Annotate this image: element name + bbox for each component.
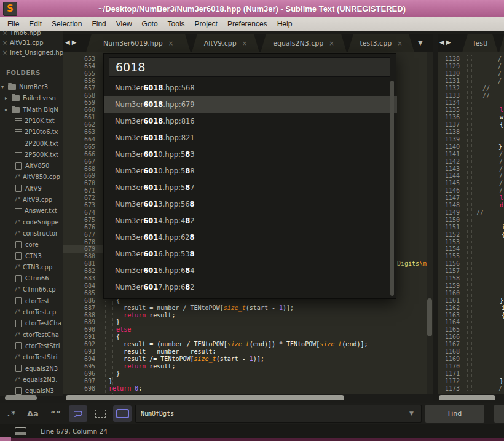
find-all-button-partial[interactable] <box>494 405 504 423</box>
file-item[interactable]: ctorTestStri <box>0 341 63 351</box>
folder-item[interactable]: ▸TMath BigN <box>0 105 63 115</box>
close-icon[interactable]: × <box>168 40 173 47</box>
menu-find[interactable]: Find <box>87 17 111 31</box>
menu-edit[interactable]: Edit <box>24 17 47 31</box>
menu-tools[interactable]: Tools <box>163 17 190 31</box>
tab-equals2n3-cpp[interactable]: equals2N3.cpp× <box>261 34 347 52</box>
open-file-item[interactable]: ×Tmo6.hpp <box>0 31 63 38</box>
find-history-dropdown-icon[interactable]: ▼ <box>409 410 414 416</box>
file-item[interactable]: /*codeSnippe <box>0 217 63 228</box>
close-icon[interactable]: × <box>397 40 402 47</box>
menu-preferences[interactable]: Preferences <box>222 17 272 31</box>
goto-result-row[interactable]: Num3er6017.hpp:682 <box>104 279 397 295</box>
editor-left-vscroll-thumb[interactable] <box>427 298 432 336</box>
file-item[interactable]: equalsN3 <box>0 386 63 396</box>
menu-help[interactable]: Help <box>272 17 297 31</box>
file-item[interactable]: AltV9 <box>0 183 63 194</box>
chevron-down-icon[interactable]: ▾ <box>1 84 8 90</box>
close-icon[interactable]: × <box>0 31 10 36</box>
tab-testi[interactable]: TestI <box>462 34 498 52</box>
open-file-item[interactable]: ×Inet_Unsigned.hp <box>0 47 63 57</box>
chevron-right-icon[interactable]: ▸ <box>5 95 12 101</box>
file-item[interactable]: /*AltV9.cpp <box>0 194 63 205</box>
highlight-matches-icon[interactable] <box>113 405 132 422</box>
goto-result-row[interactable]: Num3er6010.hpp:583 <box>104 146 397 162</box>
goto-result-row[interactable]: Num3er6011.hpp:587 <box>104 179 397 196</box>
case-sensitive-icon[interactable]: Aa <box>27 403 39 424</box>
file-item[interactable]: CTN3 <box>0 251 63 261</box>
tab-label: TestI <box>473 39 488 47</box>
resize-grip[interactable] <box>0 437 11 441</box>
goto-result-row[interactable]: Num3er6016.hpp:538 <box>104 245 397 262</box>
tab-num3er6019-hpp[interactable]: Num3er6019.hpp× <box>86 34 191 52</box>
goto-result-row[interactable]: Num3er6014.hpp:628 <box>104 229 397 245</box>
sidebar-hscrollbar[interactable] <box>5 395 37 400</box>
file-item[interactable]: ctorTestCha <box>0 318 63 328</box>
goto-result-row[interactable]: Num3er6018.hpp:821 <box>104 129 397 146</box>
tab-n[interactable]: N <box>499 34 504 52</box>
code-line: 1153 <box>438 239 504 246</box>
close-icon[interactable]: × <box>329 40 334 47</box>
file-item[interactable]: /*ctorTestCha <box>0 330 63 340</box>
text-file-icon <box>15 118 22 124</box>
code-text: } <box>101 319 120 325</box>
editor-left-hscrollbar[interactable] <box>66 395 344 400</box>
file-item[interactable]: ctorTest <box>0 296 63 306</box>
file-item[interactable]: 2P500K.txt <box>0 149 63 160</box>
menu-selection[interactable]: Selection <box>47 17 87 31</box>
folder-item[interactable]: ▸Failed vrsn <box>0 93 63 103</box>
goto-result-row[interactable]: Num3er6016.hpp:684 <box>104 262 397 279</box>
editor-right-hscrollbar[interactable] <box>439 395 495 400</box>
file-item[interactable]: /*AltV850.cpp <box>0 172 63 182</box>
file-item[interactable]: core <box>0 239 63 250</box>
tab-scroll-arrows-right[interactable]: ◀▶ <box>439 39 452 46</box>
folder-item[interactable]: ▾NumBer3 <box>0 82 63 92</box>
status-panel-icon[interactable] <box>15 427 26 435</box>
code-fragment: // <box>482 85 490 92</box>
file-item[interactable]: /*CTnn66.cp <box>0 284 63 295</box>
editor-right-pane[interactable]: 1128/1129/1130/1131/1132//1133//11341135… <box>438 52 504 394</box>
file-item[interactable]: 2P200K.txt <box>0 138 63 149</box>
code-line: 1166 <box>438 333 504 341</box>
file-item[interactable]: AltV850 <box>0 161 63 171</box>
file-item[interactable]: Answer.txt <box>0 205 63 216</box>
goto-result-row[interactable]: Num3er6018.hpp:568 <box>104 79 397 96</box>
file-item[interactable]: 2P10to6.tx <box>0 127 63 137</box>
file-item[interactable]: /*constructor <box>0 228 63 239</box>
tab-list-dropdown-icon[interactable]: ▼ <box>418 39 423 46</box>
goto-anything-input[interactable]: 6018 <box>109 57 390 77</box>
menu-view[interactable]: View <box>111 17 137 31</box>
close-icon[interactable]: × <box>0 39 10 46</box>
regex-icon[interactable]: .* <box>6 403 16 424</box>
find-button[interactable]: Find <box>425 405 484 423</box>
pane-divider[interactable] <box>433 34 438 401</box>
file-item[interactable]: equals2N3 <box>0 364 63 374</box>
menu-file[interactable]: File <box>2 17 24 31</box>
goto-result-row[interactable]: Num3er6018.hpp:679 <box>104 96 397 113</box>
file-item[interactable]: 2P10K.txt <box>0 116 63 126</box>
file-item[interactable]: /*CTN3.cpp <box>0 262 63 272</box>
whole-word-icon[interactable]: “” <box>50 403 61 424</box>
file-item[interactable]: /*equals2N3. <box>0 375 63 385</box>
open-file-item[interactable]: ×AltV31.cpp <box>0 38 63 47</box>
file-item[interactable]: CTnn66 <box>0 273 63 284</box>
wrap-icon[interactable] <box>69 405 87 422</box>
find-input[interactable] <box>135 405 422 423</box>
in-selection-icon[interactable] <box>92 405 108 422</box>
goto-result-row[interactable]: Num3er6014.hpp:482 <box>104 212 397 229</box>
goto-result-row[interactable]: Num3er6018.hpp:816 <box>104 113 397 129</box>
tab-test3-cpp[interactable]: test3.cpp× <box>348 34 414 52</box>
file-item[interactable]: /*ctorTest.cp <box>0 307 63 317</box>
tab-scroll-arrows[interactable]: ◀▶ <box>65 39 78 46</box>
tab-altv9-cpp[interactable]: AltV9.cpp× <box>192 34 259 52</box>
close-icon[interactable]: × <box>242 40 247 47</box>
menu-project[interactable]: Project <box>190 17 222 31</box>
chevron-right-icon[interactable]: ▸ <box>5 107 12 113</box>
goto-result-row[interactable]: Num3er6013.hpp:568 <box>104 196 397 212</box>
editor-left-vscroll-track[interactable] <box>427 52 433 394</box>
close-icon[interactable]: × <box>0 49 10 56</box>
menu-goto[interactable]: Goto <box>137 17 163 31</box>
goto-result-row[interactable]: Num3er6010.hpp:588 <box>104 162 397 179</box>
overlay-scrollbar[interactable] <box>390 81 394 296</box>
file-item[interactable]: /*ctorTestStri <box>0 352 63 362</box>
